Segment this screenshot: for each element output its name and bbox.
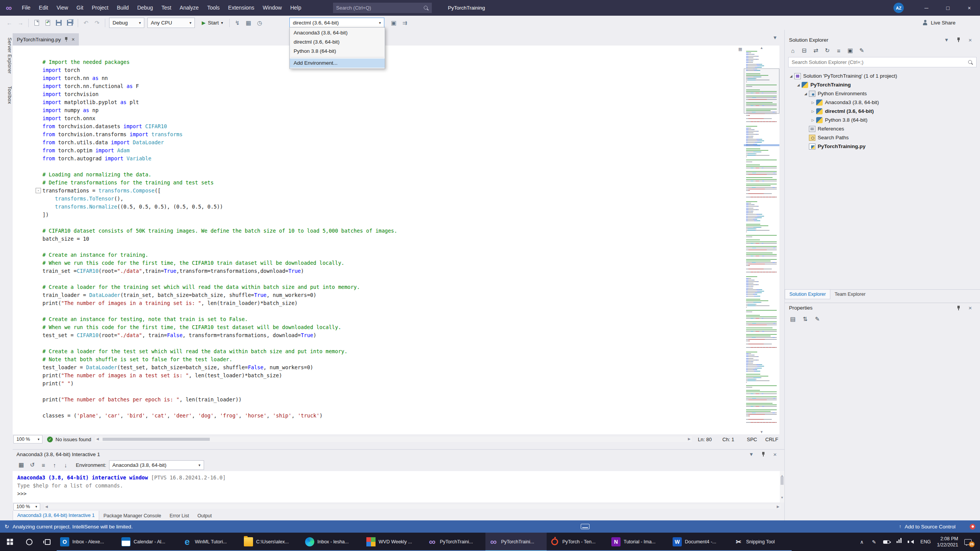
code-line[interactable]: from torchvision.transforms import trans… [42,130,744,139]
menu-window[interactable]: Window [258,0,286,16]
code-line[interactable]: # When we run this code for the first ti… [42,259,744,267]
undo-icon[interactable]: ↶ [81,18,91,28]
notification-bell-icon[interactable] [970,524,975,530]
editor-split-icon[interactable]: ▦ [738,47,742,52]
code-line[interactable] [42,339,744,347]
code-fold-toggle[interactable]: - [36,188,41,193]
line-ending-indicator[interactable]: CRLF [763,437,784,442]
alphabetical-icon[interactable]: ⇅ [800,314,810,324]
expanded-arrow-icon[interactable]: ◢ [802,92,809,96]
taskbar-app-explorer[interactable]: C:\Users\alex... [240,533,302,551]
chevron-down-icon[interactable]: ▾ [770,32,780,42]
code-line[interactable]: import numpy as np [42,106,744,114]
taskbar-app-word[interactable]: WDocument4 -... [669,533,730,551]
scroll-left-icon[interactable]: ◀ [96,437,99,441]
code-line[interactable]: # Create an instance for training. [42,251,744,259]
vertical-scrollbar[interactable]: ▲ ▼ [780,471,784,502]
back-icon[interactable]: ← [4,18,15,28]
collapsed-arrow-icon[interactable]: ▷ [810,118,816,122]
code-line[interactable]: # CIFAR10 dataset consists of 50K traini… [42,227,744,235]
collapsed-arrow-icon[interactable]: ▷ [810,101,816,104]
attach-icon[interactable]: ↯ [232,18,243,28]
add-to-source-control-button[interactable]: Add to Source Control [905,524,956,530]
minimize-button[interactable]: ─ [916,0,937,16]
start-button[interactable] [0,533,20,551]
code-line[interactable]: from torch.utils.data import DataLoader [42,139,744,147]
close-icon[interactable]: × [770,449,780,460]
code-line[interactable]: # Import the needed packages [42,58,744,66]
code-line[interactable]: transformations = transforms.Compose([ [42,187,744,195]
nest-files-icon[interactable]: ≡ [834,46,843,56]
interactive-window-icon[interactable]: ▣ [389,18,399,28]
code-line[interactable]: # Loading and normalizing the data. [42,171,744,179]
keyboard-icon[interactable] [581,524,590,529]
code-area[interactable]: # Import the needed packagesimport torch… [13,46,744,434]
close-button[interactable]: × [959,0,980,16]
document-tab[interactable]: PyTorchTraining.py × [13,33,79,46]
taskbar-app-wvd[interactable]: WVD Weekly ... [363,533,424,551]
sync-with-active-document-icon[interactable]: ⇄ [811,46,820,56]
new-file-icon[interactable] [31,18,42,28]
scroll-up-icon[interactable]: ▲ [744,46,779,50]
property-pages-icon[interactable]: ✎ [813,314,822,324]
scroll-right-icon[interactable]: ▶ [688,437,691,441]
pin-icon[interactable] [953,303,964,313]
categorized-icon[interactable]: ▤ [788,314,797,324]
taskbar-app-edge[interactable]: eWinML Tutori... [179,533,240,551]
code-line[interactable]: # When we run this code for the first ti… [42,323,744,331]
chevron-up-icon[interactable]: ∧ [859,539,865,545]
code-line[interactable]: classes = ('plane', 'car', 'bird', 'cat'… [42,412,744,420]
quick-search-box[interactable] [333,3,432,13]
panel-splitter[interactable] [13,444,784,449]
add-item-icon[interactable] [42,18,53,28]
taskbar-app-outlook[interactable]: OInbox - Alexe... [57,533,118,551]
menu-extensions[interactable]: Extensions [224,0,258,16]
scrollbar-thumb[interactable] [781,476,784,485]
scrollbar-thumb[interactable] [103,438,210,441]
code-line[interactable]: test_loader = DataLoader(test_set, batch… [42,364,744,372]
close-icon[interactable]: × [965,303,975,313]
network-icon[interactable] [896,541,902,543]
tree-item[interactable]: ▷directml (3.6, 64-bit) [785,107,980,116]
show-all-files-icon[interactable]: ▣ [846,46,855,56]
code-line[interactable] [42,163,744,171]
tree-item[interactable]: References [785,124,980,133]
debug-configuration-dropdown[interactable]: Debug▾ [109,18,144,28]
redo-icon[interactable]: ↷ [92,18,102,28]
minimap-scrollbar[interactable]: ▲ ▼ [744,46,779,434]
menu-edit[interactable]: Edit [35,0,52,16]
history-previous-icon[interactable]: ↑ [49,460,60,470]
collapsed-arrow-icon[interactable]: ▷ [810,109,816,113]
clock[interactable]: 2:08 PM 1/22/2021 [937,536,958,548]
tree-item[interactable]: PyTorchTraining.py [785,142,980,151]
diagnostics-icon[interactable]: ◷ [255,18,265,28]
code-line[interactable]: import torch.onnx [42,114,744,122]
menu-project[interactable]: Project [88,0,113,16]
interactive-window-title-bar[interactable]: Anaconda3 (3.8, 64-bit) Interactive 1 ▾× [13,449,784,459]
side-tab-server-explorer[interactable]: Server Explorer [0,35,13,74]
menu-view[interactable]: View [52,0,72,16]
panel-tab[interactable]: Anaconda3 (3.8, 64-bit) Interactive 1 [13,511,99,520]
tree-item[interactable]: Search Paths [785,133,980,142]
pin-icon[interactable] [953,35,964,45]
code-line[interactable] [42,388,744,396]
panel-tab[interactable]: Error List [165,511,193,520]
code-line[interactable]: # Create a loader for the training set w… [42,283,744,291]
start-debug-button[interactable]: ▶ Start ▾ [198,18,227,28]
pin-icon[interactable] [758,449,768,460]
line-indicator[interactable]: Ln: 80 [696,437,720,442]
code-line[interactable]: ]) [42,211,744,219]
side-tab-toolbox[interactable]: Toolbox [0,84,13,104]
interactive-environment-dropdown[interactable]: Anaconda3 (3.8, 64-bit)▾ [109,460,204,470]
taskbar-app-snipping[interactable]: ✂Snipping Tool [730,533,792,551]
tree-item[interactable]: ◢PyTorchTraining [785,80,980,89]
scroll-down-icon[interactable]: ▼ [780,494,784,502]
battery-icon[interactable] [883,540,890,544]
environment-menu-item[interactable]: Anaconda3 (3.8, 64-bit) [290,28,385,37]
code-line[interactable]: import torch.nn as nn [42,74,744,82]
menu-debug[interactable]: Debug [133,0,157,16]
close-icon[interactable]: × [965,35,975,45]
taskbar-app-visual-studio[interactable]: ∞PyTorchTraini... [485,533,547,551]
tree-item[interactable]: ◢Solution 'PyTorchTraining' (1 of 1 proj… [785,72,980,80]
solution-explorer-search-box[interactable] [788,57,977,67]
